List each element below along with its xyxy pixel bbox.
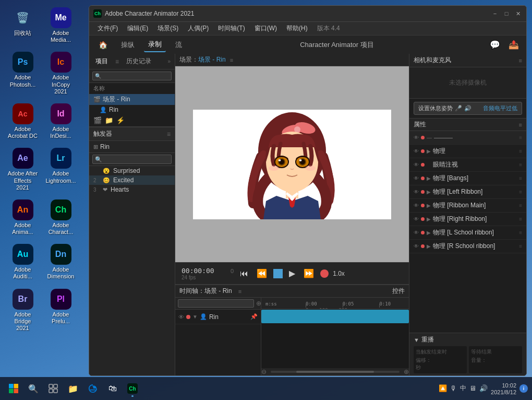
attr-eye-0[interactable]: 👁 — [414, 135, 419, 140]
timeline-search-input[interactable] — [178, 299, 254, 308]
menu-file[interactable]: 文件(F) — [93, 23, 122, 34]
triggers-menu-icon[interactable]: ≡ — [167, 131, 171, 138]
taskbar-search-button[interactable]: 🔍 — [24, 379, 43, 398]
track-visibility-icon[interactable]: 👁 — [178, 314, 184, 320]
toolbar-tab-record[interactable]: 录制 — [144, 38, 166, 52]
step-back-button[interactable]: ⏪ — [255, 267, 269, 279]
project-search-input[interactable] — [92, 72, 172, 80]
attr-expand-l-school[interactable]: ▶ — [427, 230, 431, 236]
share-icon[interactable]: 📤 — [506, 39, 521, 51]
attr-menu-0[interactable]: ≡ — [519, 135, 522, 140]
desktop-icon-recycle[interactable]: 🗑️ 回收站 — [5, 5, 40, 45]
attr-eye-r-school[interactable]: 👁 — [414, 243, 419, 249]
attr-eye-right-ribbon[interactable]: 👁 — [414, 216, 419, 222]
taskbar-store[interactable]: 🛍 — [103, 379, 122, 398]
track-pin-icon[interactable]: 📌 — [250, 313, 258, 320]
attr-expand-r-school[interactable]: ▶ — [427, 243, 431, 249]
menu-help[interactable]: 帮助(H) — [282, 23, 312, 34]
attr-expand-bangs[interactable]: ▶ — [427, 175, 431, 181]
desktop-icon-photoshop[interactable]: Ps AdobePhotosh... — [5, 50, 40, 97]
toolbar-tab-stream[interactable]: 流 — [171, 38, 186, 52]
attr-menu-bangs[interactable]: ≡ — [519, 175, 522, 181]
desktop-icon-prelude[interactable]: Pl AdobePrelu... — [43, 287, 78, 334]
notification-badge[interactable]: i — [519, 384, 528, 393]
timeline-controls-label[interactable]: 控件 — [392, 287, 405, 296]
scene-link[interactable]: 场景 - Rin — [198, 56, 226, 63]
taskbar-taskview[interactable] — [44, 379, 63, 398]
tray-input-method[interactable]: 中 — [460, 384, 466, 393]
project-scene-item[interactable]: 🎬 场景 - Rin — [89, 94, 175, 105]
toolbar-tab-manipulate[interactable]: 操纵 — [117, 38, 139, 52]
new-scene-icon[interactable]: 🎬 — [93, 116, 102, 124]
attr-menu-l-school[interactable]: ≡ — [519, 230, 522, 236]
desktop-icon-dimension[interactable]: Dn AdobeDimension — [43, 242, 78, 282]
timeline-zoom-out-icon[interactable]: ⊖ — [261, 368, 267, 375]
trigger-item-hearts[interactable]: 3 ❤ Hearts — [89, 185, 175, 194]
attr-menu-gaze[interactable]: ≡ — [519, 162, 522, 168]
attr-eye-left-ribbon[interactable]: 👁 — [414, 189, 419, 195]
trigger-item-excited[interactable]: 2 😊 Excited — [89, 175, 175, 185]
play-next-button[interactable]: ⏩ — [301, 267, 316, 279]
menu-puppet[interactable]: 人偶(P) — [184, 23, 213, 34]
new-folder-icon[interactable]: 📁 — [105, 116, 113, 124]
tab-history[interactable]: 历史记录 — [124, 56, 153, 67]
desktop-icon-indesign[interactable]: Id AdobeInDesi... — [43, 101, 78, 142]
rebroadcast-expand[interactable]: ▼ — [414, 337, 419, 343]
timeline-clip[interactable] — [261, 310, 409, 323]
trigger-item-surprised[interactable]: 😮 Surprised — [89, 166, 175, 175]
taskbar-character-animator[interactable]: Ch — [123, 379, 142, 398]
taskbar-explorer[interactable]: 📁 — [64, 379, 82, 398]
attr-expand-0[interactable]: — — [427, 135, 432, 140]
menu-timeline[interactable]: 时间轴(T) — [214, 23, 249, 34]
attr-eye-bangs[interactable]: 👁 — [414, 175, 419, 181]
go-to-start-button[interactable]: ⏮ — [238, 268, 250, 279]
track-expand-icon[interactable]: ▼ — [192, 314, 198, 320]
new-item-icon[interactable]: ⚡ — [116, 116, 125, 124]
timeline-zoom-in-icon[interactable]: ⊕ — [404, 368, 409, 375]
desktop-icon-lightroom[interactable]: Lr AdobeLightroom... — [43, 146, 78, 193]
desktop-icon-audition[interactable]: Au AdobeAuditi... — [5, 242, 40, 282]
attr-menu-right-ribbon[interactable]: ≡ — [519, 216, 522, 222]
timeline-add-icon[interactable]: ⊕ — [256, 300, 261, 307]
taskbar-browser-edge[interactable] — [83, 379, 102, 398]
attr-eye-gaze[interactable]: 👁 — [414, 162, 419, 168]
menu-scene[interactable]: 场景(S) — [153, 23, 183, 34]
tray-volume-icon[interactable]: 🔊 — [479, 384, 488, 392]
tray-mic-icon[interactable]: 🎙 — [450, 384, 457, 392]
pose-button[interactable]: 设置休息姿势 🎤 🔊 音频电平过低 — [414, 102, 522, 115]
desktop-icon-incopy[interactable]: Ic AdobeInCopy 2021 — [43, 50, 78, 97]
attr-expand-right-ribbon[interactable]: ▶ — [427, 216, 431, 222]
chat-icon[interactable]: 💬 — [488, 39, 502, 51]
toolbar-home[interactable]: 🏠 — [94, 39, 112, 51]
timeline-scrollbar[interactable] — [271, 371, 400, 373]
attr-expand-left-ribbon[interactable]: ▶ — [427, 189, 431, 195]
desktop-icon-acrobat[interactable]: Ac AdobeAcrobat DC — [5, 101, 40, 142]
play-button[interactable]: ▶ — [287, 267, 297, 279]
camera-section-menu[interactable]: ≡ — [519, 57, 522, 64]
minimize-button[interactable]: − — [491, 9, 499, 18]
project-rin-item[interactable]: 👤 Rin — [89, 105, 175, 114]
attr-expand-physics[interactable]: ▶ — [427, 148, 431, 154]
attr-menu-r-school[interactable]: ≡ — [519, 243, 522, 249]
desktop-icon-character[interactable]: Ch AdobeCharact... — [43, 197, 78, 238]
attr-eye-physics[interactable]: 👁 — [414, 148, 419, 154]
attr-eye-l-school[interactable]: 👁 — [414, 230, 419, 236]
timeline-menu-icon[interactable]: ≡ — [238, 288, 241, 295]
attr-menu-physics[interactable]: ≡ — [519, 148, 522, 154]
tab-project[interactable]: 项目 — [93, 56, 110, 67]
menu-window[interactable]: 窗口(W) — [250, 23, 281, 34]
desktop-icon-aftereffects[interactable]: Ae Adobe AfterEffects 2021 — [5, 146, 40, 193]
stop-button[interactable] — [273, 269, 283, 278]
attr-menu-left-ribbon[interactable]: ≡ — [519, 189, 522, 195]
attr-menu-ribbon-main[interactable]: ≡ — [519, 203, 522, 208]
desktop-icon-adobe-media[interactable]: Me AdobeMedia... — [43, 5, 78, 45]
record-button[interactable] — [320, 269, 329, 278]
desktop-icon-animate[interactable]: An AdobeAnima... — [5, 197, 40, 238]
trigger-search-input[interactable] — [92, 155, 172, 164]
scene-menu-icon[interactable]: ≡ — [230, 57, 233, 63]
tray-display-icon[interactable]: 🖥 — [469, 384, 476, 392]
taskbar-start-button[interactable] — [4, 379, 23, 398]
close-button[interactable]: ✕ — [514, 9, 522, 18]
attr-eye-ribbon-main[interactable]: 👁 — [414, 203, 419, 208]
desktop-icon-bridge[interactable]: Br AdobeBridge 2021 — [5, 287, 40, 334]
